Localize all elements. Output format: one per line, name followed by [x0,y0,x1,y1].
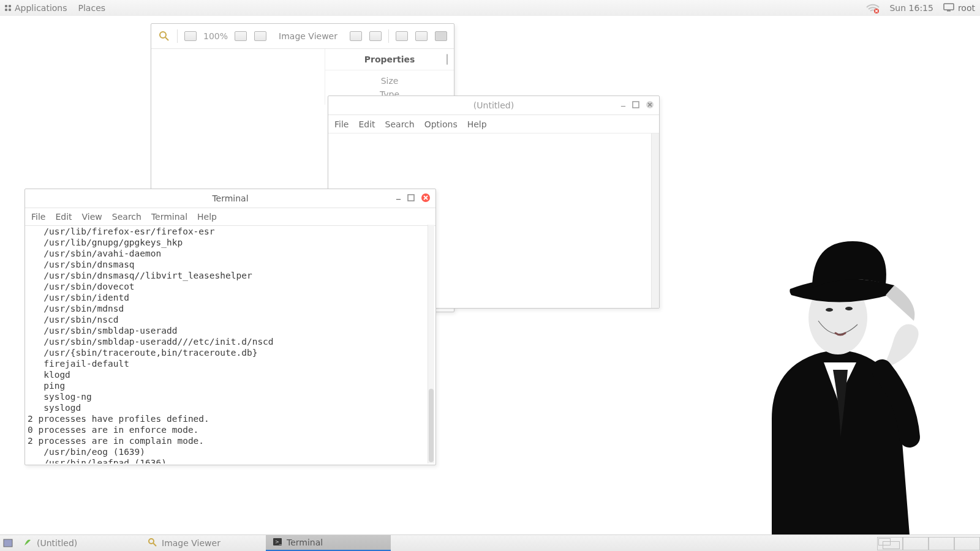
workspace-pager[interactable] [877,535,980,551]
svg-rect-10 [408,195,414,201]
leafpad-menu-edit[interactable]: Edit [358,119,375,129]
terminal-icon: >_ [273,538,282,548]
task-image-viewer-label: Image Viewer [162,538,221,548]
zoom-tool-icon[interactable] [157,29,171,43]
leafpad-maximize-icon[interactable] [632,100,639,110]
rotate-right-icon[interactable] [369,29,382,43]
terminal-menu-terminal[interactable]: Terminal [151,212,187,222]
svg-point-6 [160,32,166,38]
leafpad-titlebar[interactable]: (Untitled) – [328,96,659,115]
fit-icon[interactable] [254,29,267,43]
desktop: 100% Image Viewer Properties Size Type [0,16,980,535]
properties-toggle-icon[interactable] [447,54,448,64]
wallpaper-figure [698,217,956,535]
leafpad-scrollbar[interactable] [651,133,659,308]
places-menu[interactable]: Places [78,3,106,13]
terminal-menu-edit[interactable]: Edit [55,212,72,222]
leafpad-menu-search[interactable]: Search [385,119,415,129]
image-viewer-toolbar: 100% Image Viewer [151,24,454,49]
image-viewer-title: Image Viewer [273,31,343,41]
workspace-3[interactable] [929,537,954,550]
applications-icon [5,5,11,11]
svg-rect-1 [944,4,954,10]
svg-rect-8 [633,102,639,108]
terminal-close-icon[interactable] [421,193,431,204]
terminal-menu-file[interactable]: File [31,212,45,222]
zoom-in-icon[interactable] [234,29,247,43]
terminal-output[interactable]: /usr/lib/firefox-esr/firefox-esr /usr/li… [26,225,428,463]
svg-line-7 [165,37,168,40]
leafpad-menu-help[interactable]: Help [467,119,487,129]
terminal-menubar: File Edit View Search Terminal Help [25,208,435,226]
monitor-icon[interactable] [943,3,954,13]
workspace-2[interactable] [903,537,929,550]
svg-point-5 [845,307,853,310]
top-panel: Applications Places Sun 16:15 root [0,0,980,17]
terminal-maximize-icon[interactable] [407,193,415,203]
terminal-minimize-icon[interactable]: – [396,197,401,200]
terminal-title: Terminal [25,193,435,203]
svg-rect-2 [947,10,951,12]
task-terminal[interactable]: >_ Terminal [266,535,391,551]
properties-heading: Properties [364,54,415,64]
leafpad-title: (Untitled) [328,100,659,110]
leafpad-icon [23,538,32,549]
leafpad-minimize-icon[interactable]: – [620,103,626,107]
terminal-window: Terminal – File Edit View Search Termina… [24,189,436,465]
leafpad-menu-options[interactable]: Options [424,119,458,129]
svg-line-14 [153,543,156,546]
prop-size-label: Size [381,76,399,86]
applications-menu[interactable]: Applications [15,3,67,13]
workspace-4[interactable] [954,537,980,550]
iv-minimize-icon[interactable] [395,29,409,43]
iv-close-icon[interactable] [434,29,448,43]
show-desktop-button[interactable] [0,535,16,551]
svg-text:>_: >_ [275,539,282,545]
terminal-menu-search[interactable]: Search [112,212,141,222]
terminal-titlebar[interactable]: Terminal – [25,189,435,208]
clock[interactable]: Sun 16:15 [889,3,933,13]
leafpad-menu-file[interactable]: File [334,119,349,129]
task-image-viewer[interactable]: Image Viewer [141,535,266,551]
user-label[interactable]: root [958,3,975,13]
terminal-menu-view[interactable]: View [82,212,102,222]
task-leafpad[interactable]: (Untitled) [16,535,141,551]
image-viewer-icon [148,538,157,549]
terminal-menu-help[interactable]: Help [197,212,217,222]
workspace-1[interactable] [877,537,903,550]
svg-point-4 [826,308,833,312]
bottom-panel: (Untitled) Image Viewer >_ Terminal [0,534,980,551]
task-leafpad-label: (Untitled) [37,538,77,548]
leafpad-menubar: File Edit Search Options Help [328,115,659,134]
rotate-left-icon[interactable] [349,29,363,43]
zoom-level: 100% [203,31,228,41]
task-terminal-label: Terminal [287,538,323,547]
zoom-out-icon[interactable] [184,29,197,43]
iv-maximize-icon[interactable] [415,29,428,43]
network-icon[interactable] [866,2,880,13]
terminal-scrollbar[interactable] [428,225,434,463]
svg-point-13 [149,539,154,544]
properties-heading-row: Properties [325,49,454,70]
svg-rect-12 [4,539,12,547]
leafpad-close-icon[interactable] [646,100,654,111]
